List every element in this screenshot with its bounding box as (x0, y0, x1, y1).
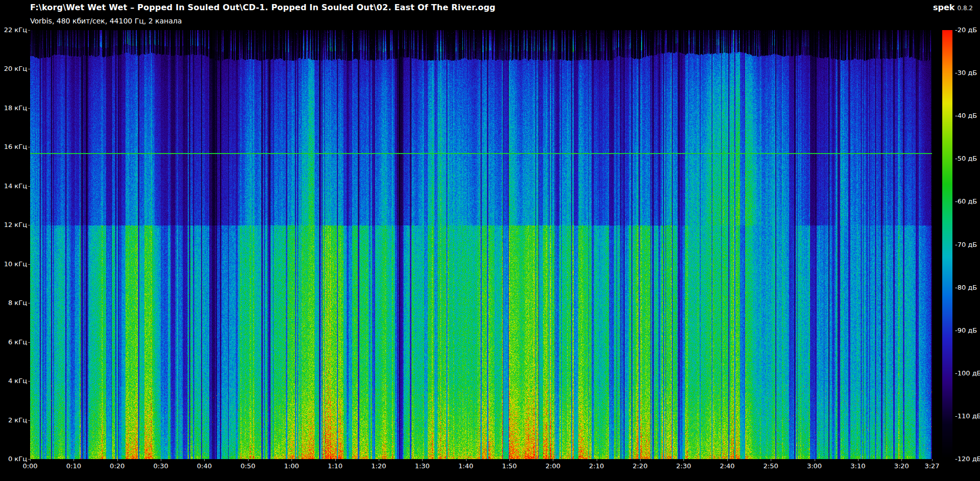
db-tick-label: -90 дБ (955, 326, 977, 335)
freq-tick-label: 6 кГц (0, 338, 27, 346)
time-tick-mark (640, 459, 641, 461)
time-tick-mark (248, 459, 249, 461)
time-tick-label: 0:50 (240, 462, 255, 470)
freq-tick-mark (28, 30, 30, 31)
time-tick-label: 1:10 (328, 462, 342, 470)
freq-tick-label: 16 кГц (0, 143, 27, 151)
time-tick-label: 1:40 (458, 462, 473, 470)
db-legend-gradient (942, 30, 952, 459)
freq-tick-mark (28, 342, 30, 343)
time-tick-label: 0:00 (22, 462, 37, 470)
app-name-label: spek (933, 3, 954, 12)
time-tick-label: 0:10 (66, 462, 81, 470)
time-tick-label: 3:27 (924, 462, 939, 470)
freq-tick-mark (28, 303, 30, 303)
freq-tick-label: 14 кГц (0, 182, 27, 190)
freq-tick-mark (28, 381, 30, 382)
freq-tick-label: 10 кГц (0, 260, 27, 268)
time-tick-label: 3:10 (850, 462, 865, 470)
db-tick-label: -100 дБ (955, 369, 980, 377)
freq-tick-mark (28, 69, 30, 69)
file-path-title: F:\korg\Wet Wet Wet – Popped In Souled O… (30, 3, 496, 12)
time-tick-mark (858, 459, 859, 461)
freq-tick-label: 18 кГц (0, 104, 27, 112)
time-tick-mark (335, 459, 336, 461)
time-tick-label: 1:00 (284, 462, 299, 470)
freq-tick-mark (28, 108, 30, 109)
time-tick-mark (204, 459, 205, 461)
time-tick-label: 2:40 (720, 462, 734, 470)
db-tick-label: -120 дБ (955, 455, 980, 463)
db-tick-label: -110 дБ (955, 412, 980, 420)
freq-tick-mark (28, 147, 30, 147)
time-tick-label: 1:20 (371, 462, 386, 470)
freq-tick-label: 22 кГц (0, 26, 27, 34)
freq-tick-mark (28, 225, 30, 225)
freq-tick-label: 12 кГц (0, 221, 27, 229)
spectrogram-canvas (30, 30, 932, 459)
freq-tick-mark (28, 264, 30, 265)
app-version-label: 0.8.2 (957, 5, 973, 12)
time-tick-label: 2:30 (676, 462, 691, 470)
time-tick-label: 0:30 (153, 462, 168, 470)
time-tick-label: 0:20 (110, 462, 125, 470)
db-tick-label: -20 дБ (955, 26, 977, 34)
time-tick-mark (161, 459, 161, 461)
time-tick-mark (422, 459, 423, 461)
time-tick-mark (901, 459, 902, 461)
time-tick-label: 2:20 (632, 462, 647, 470)
db-tick-label: -40 дБ (955, 112, 977, 120)
time-tick-label: 3:00 (807, 462, 822, 470)
freq-tick-label: 2 кГц (0, 416, 27, 424)
freq-tick-label: 4 кГц (0, 377, 27, 385)
time-tick-mark (771, 459, 771, 461)
time-tick-mark (597, 459, 597, 461)
time-tick-label: 1:50 (502, 462, 517, 470)
db-tick-label: -50 дБ (955, 155, 977, 163)
time-tick-label: 2:10 (589, 462, 604, 470)
freq-tick-mark (28, 186, 30, 187)
time-tick-label: 3:20 (894, 462, 909, 470)
freq-tick-mark (28, 420, 30, 421)
time-tick-mark (291, 459, 292, 461)
time-tick-mark (379, 459, 379, 461)
freq-tick-label: 8 кГц (0, 299, 27, 307)
time-tick-mark (553, 459, 553, 461)
time-tick-mark (683, 459, 684, 461)
db-tick-label: -80 дБ (955, 284, 977, 292)
time-tick-label: 2:00 (546, 462, 560, 470)
freq-tick-label: 20 кГц (0, 65, 27, 73)
time-tick-label: 2:50 (764, 462, 778, 470)
time-tick-mark (815, 459, 815, 461)
time-tick-mark (727, 459, 728, 461)
freq-tick-mark (28, 459, 30, 460)
time-tick-label: 0:40 (197, 462, 212, 470)
time-tick-mark (74, 459, 74, 461)
time-tick-label: 1:30 (415, 462, 430, 470)
time-tick-mark (466, 459, 467, 461)
db-tick-label: -70 дБ (955, 241, 977, 249)
time-tick-mark (30, 459, 31, 461)
app-brand: spek0.8.2 (933, 3, 973, 12)
time-tick-mark (509, 459, 510, 461)
db-tick-label: -60 дБ (955, 197, 977, 206)
time-tick-mark (117, 459, 118, 461)
db-tick-label: -30 дБ (955, 69, 977, 77)
time-tick-mark (932, 459, 933, 461)
audio-format-info: Vorbis, 480 кбит/сек, 44100 Гц, 2 канала (30, 17, 182, 25)
